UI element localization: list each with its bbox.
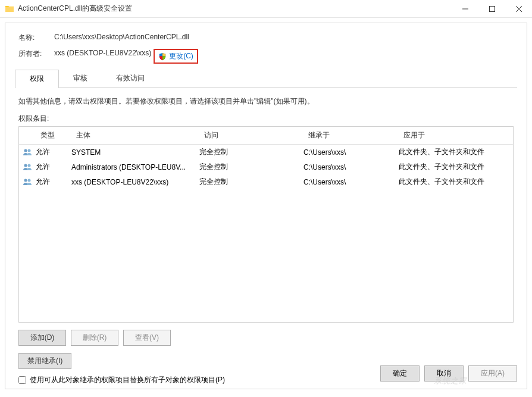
- permissions-table: 类型 主体 访问 继承于 应用于 允许 SYSTEM 完全控制 C:\Users…: [18, 126, 514, 323]
- svg-rect-0: [489, 6, 495, 11]
- cell-principal: Administrators (DESKTOP-LEU8V...: [71, 163, 199, 171]
- cell-access: 完全控制: [199, 162, 303, 172]
- table-row[interactable]: 允许 xxs (DESKTOP-LEU8V22\xxs) 完全控制 C:\Use…: [19, 174, 513, 189]
- cell-type: 允许: [36, 147, 71, 157]
- owner-row: 所有者: xxs (DESKTOP-LEU8V22\xxs) 更改(C): [15, 49, 517, 64]
- apply-button: 应用(A): [468, 365, 517, 382]
- add-button[interactable]: 添加(D): [18, 330, 66, 346]
- change-owner-link[interactable]: 更改(C): [169, 51, 193, 61]
- folder-icon: [5, 4, 14, 14]
- content-panel: 名称: C:\Users\xxs\Desktop\ActionCenterCPL…: [5, 23, 527, 389]
- entries-label: 权限条目:: [18, 114, 514, 124]
- svg-point-2: [28, 149, 31, 152]
- tabs: 权限 审核 有效访问: [15, 70, 517, 88]
- header-type[interactable]: 类型: [36, 130, 71, 140]
- action-buttons: 添加(D) 删除(R) 查看(V): [18, 330, 514, 346]
- tab-permissions[interactable]: 权限: [15, 70, 59, 87]
- ok-button[interactable]: 确定: [380, 365, 420, 382]
- table-header: 类型 主体 访问 继承于 应用于: [19, 127, 513, 145]
- header-inherited[interactable]: 继承于: [303, 130, 399, 140]
- cell-type: 允许: [36, 177, 71, 187]
- header-access[interactable]: 访问: [199, 130, 303, 140]
- window-controls: [452, 0, 532, 17]
- cell-type: 允许: [36, 162, 71, 172]
- watermark: 系统之家: [434, 376, 467, 386]
- window-title: ActionCenterCPL.dll的高级安全设置: [18, 4, 452, 14]
- cell-applies: 此文件夹、子文件夹和文件: [399, 162, 513, 172]
- table-row[interactable]: 允许 SYSTEM 完全控制 C:\Users\xxs\ 此文件夹、子文件夹和文…: [19, 145, 513, 160]
- name-label: 名称:: [18, 33, 54, 43]
- view-button: 查看(V): [123, 330, 171, 346]
- users-icon: [19, 148, 36, 157]
- replace-permissions-label[interactable]: 使用可从此对象继承的权限项目替换所有子对象的权限项目(P): [30, 375, 225, 385]
- name-value: C:\Users\xxs\Desktop\ActionCenterCPL.dll: [54, 33, 189, 43]
- svg-point-6: [28, 179, 31, 182]
- disable-inheritance-button[interactable]: 禁用继承(I): [18, 353, 71, 369]
- header-applies[interactable]: 应用于: [399, 130, 513, 140]
- tab-effective-access[interactable]: 有效访问: [102, 70, 159, 87]
- users-icon: [19, 162, 36, 172]
- maximize-button[interactable]: [478, 0, 505, 17]
- cell-access: 完全控制: [199, 177, 303, 187]
- name-row: 名称: C:\Users\xxs\Desktop\ActionCenterCPL…: [15, 33, 517, 43]
- header-principal[interactable]: 主体: [71, 130, 199, 140]
- change-owner-highlight: 更改(C): [154, 49, 198, 64]
- shield-icon: [158, 52, 167, 61]
- svg-point-1: [24, 149, 27, 152]
- cell-applies: 此文件夹、子文件夹和文件: [399, 177, 513, 187]
- cell-principal: xxs (DESKTOP-LEU8V22\xxs): [71, 178, 199, 186]
- instruction-text: 如需其他信息，请双击权限项目。若要修改权限项目，请选择该项目并单击"编辑"(如果…: [18, 96, 514, 107]
- titlebar: ActionCenterCPL.dll的高级安全设置: [0, 0, 532, 18]
- owner-value: xxs (DESKTOP-LEU8V22\xxs): [54, 49, 151, 64]
- tab-auditing[interactable]: 审核: [59, 70, 102, 87]
- table-row[interactable]: 允许 Administrators (DESKTOP-LEU8V... 完全控制…: [19, 160, 513, 174]
- users-icon: [19, 177, 36, 187]
- svg-point-4: [28, 164, 31, 167]
- remove-button: 删除(R): [71, 330, 118, 346]
- svg-point-5: [24, 179, 27, 182]
- cell-inherited: C:\Users\xxs\: [303, 178, 399, 186]
- cell-inherited: C:\Users\xxs\: [303, 148, 399, 157]
- cell-principal: SYSTEM: [71, 148, 199, 157]
- cell-inherited: C:\Users\xxs\: [303, 163, 399, 171]
- close-button[interactable]: [505, 0, 532, 17]
- svg-point-3: [24, 164, 27, 167]
- minimize-button[interactable]: [452, 0, 478, 17]
- header-icon-spacer: [19, 130, 36, 140]
- replace-permissions-checkbox[interactable]: [18, 376, 26, 384]
- cell-access: 完全控制: [199, 147, 303, 157]
- cell-applies: 此文件夹、子文件夹和文件: [399, 147, 513, 157]
- tab-content: 如需其他信息，请双击权限项目。若要修改权限项目，请选择该项目并单击"编辑"(如果…: [15, 88, 517, 389]
- owner-label: 所有者:: [18, 49, 54, 64]
